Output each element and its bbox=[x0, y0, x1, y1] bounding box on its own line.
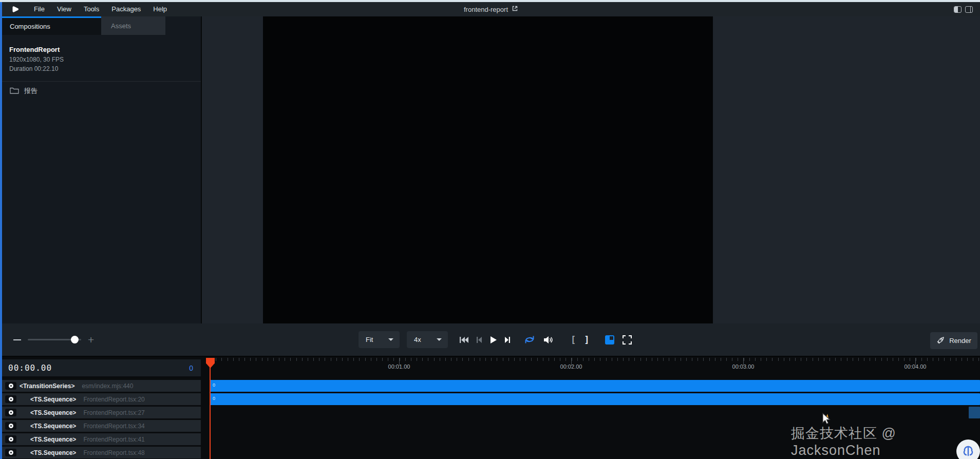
set-out-point-button[interactable]: ] bbox=[584, 335, 589, 345]
track-source: FrontendReport.tsx:34 bbox=[83, 423, 144, 430]
track-row[interactable]: <TS.Sequence>FrontendReport.tsx:27 bbox=[2, 407, 201, 418]
track-source: FrontendReport.tsx:20 bbox=[83, 396, 144, 403]
ruler-tick bbox=[549, 358, 549, 361]
set-in-point-button[interactable]: [ bbox=[571, 335, 576, 345]
track-row[interactable]: <TS.Sequence>FrontendReport.tsx:48 bbox=[2, 447, 201, 458]
track-row[interactable]: <TS.Sequence>FrontendReport.tsx:20 bbox=[2, 393, 201, 405]
menu-item-view[interactable]: View bbox=[51, 2, 78, 16]
ruler-tick bbox=[938, 358, 939, 361]
project-title-group[interactable]: frontend-report bbox=[464, 2, 518, 16]
tab-compositions[interactable]: Compositions bbox=[2, 16, 101, 35]
menu-item-help[interactable]: Help bbox=[147, 2, 173, 16]
ruler-tick bbox=[348, 358, 348, 361]
sequence-bar[interactable]: 0 bbox=[210, 380, 980, 392]
ruler-tick bbox=[428, 358, 428, 361]
canvas-zoom-dropdown[interactable]: Fit bbox=[359, 331, 400, 348]
ruler-time-label: 00:02.00 bbox=[553, 364, 589, 370]
rocket-icon bbox=[936, 336, 945, 346]
chevron-down-icon bbox=[388, 338, 393, 341]
previous-frame-button[interactable] bbox=[476, 336, 482, 343]
ruler-tick bbox=[646, 358, 647, 361]
transparency-checkerboard-toggle-icon[interactable] bbox=[605, 335, 614, 345]
menu-bar: FileViewToolsPackagesHelp frontend-repor… bbox=[2, 2, 980, 16]
ruler-tick bbox=[950, 358, 951, 361]
ruler-tick bbox=[755, 358, 756, 361]
ruler-tick bbox=[824, 358, 824, 361]
ruler-tick bbox=[761, 358, 761, 361]
menu-item-packages[interactable]: Packages bbox=[105, 2, 147, 16]
sequence-bar[interactable]: 0 bbox=[210, 393, 980, 405]
folder-label: 报告 bbox=[24, 86, 37, 95]
ruler-tick bbox=[393, 358, 394, 361]
track-name: <TS.Sequence> bbox=[30, 396, 76, 403]
eye-visibility-icon[interactable] bbox=[5, 382, 16, 390]
eye-visibility-icon[interactable] bbox=[5, 395, 16, 403]
playhead-handle[interactable] bbox=[206, 358, 215, 368]
ruler-tick bbox=[497, 358, 497, 361]
loop-toggle-icon[interactable] bbox=[524, 335, 535, 344]
ruler-tick bbox=[216, 358, 216, 361]
ruler-tick bbox=[703, 358, 704, 361]
ruler-tick bbox=[978, 358, 979, 361]
sidebar-folder-item[interactable]: 报告 bbox=[2, 82, 201, 95]
ruler-tick bbox=[290, 358, 291, 361]
ruler-tick bbox=[308, 358, 308, 361]
ruler-tick bbox=[944, 358, 945, 361]
track-row[interactable]: <TS.Sequence>FrontendReport.tsx:41 bbox=[2, 433, 201, 445]
ruler-tick bbox=[331, 358, 331, 361]
ruler-tick bbox=[893, 358, 893, 361]
playback-speed-value: 4x bbox=[414, 336, 421, 343]
ruler-tick bbox=[457, 358, 457, 361]
ruler-tick bbox=[606, 358, 607, 361]
ruler-tick bbox=[221, 358, 222, 361]
ruler-tick bbox=[766, 358, 767, 361]
eye-visibility-icon[interactable] bbox=[5, 422, 16, 430]
tab-assets[interactable]: Assets bbox=[101, 16, 165, 35]
sidebar: Compositions Assets FrontendReport 1920x… bbox=[2, 16, 201, 323]
volume-icon[interactable] bbox=[543, 336, 553, 344]
ruler-tick bbox=[250, 358, 251, 361]
sequence-bar[interactable] bbox=[969, 407, 980, 418]
ruler-tick bbox=[830, 358, 830, 361]
track-name: <TS.Sequence> bbox=[30, 423, 76, 430]
ruler-tick bbox=[319, 358, 319, 361]
fullscreen-icon[interactable] bbox=[623, 335, 632, 345]
play-button[interactable] bbox=[489, 336, 497, 344]
eye-visibility-icon[interactable] bbox=[5, 435, 16, 443]
canvas-zoom-value: Fit bbox=[366, 336, 373, 343]
zoom-in-icon[interactable]: + bbox=[88, 336, 94, 343]
ruler-tick bbox=[887, 358, 888, 361]
zoom-out-icon[interactable] bbox=[13, 339, 21, 340]
toggle-right-panel-icon[interactable] bbox=[965, 6, 973, 13]
render-button[interactable]: Render bbox=[930, 332, 977, 349]
composition-info[interactable]: FrontendReport 1920x1080, 30 FPS Duratio… bbox=[2, 35, 201, 72]
slider-knob[interactable] bbox=[71, 336, 79, 343]
ruler-tick bbox=[910, 358, 910, 361]
ruler-tick bbox=[434, 358, 435, 361]
mouse-cursor-icon bbox=[821, 413, 832, 428]
remotion-logo-icon[interactable] bbox=[9, 4, 21, 14]
ruler-tick bbox=[485, 358, 486, 361]
next-frame-button[interactable] bbox=[504, 336, 511, 343]
playback-speed-dropdown[interactable]: 4x bbox=[407, 331, 448, 348]
track-row[interactable]: <TS.Sequence>FrontendReport.tsx:34 bbox=[2, 420, 201, 432]
track-row[interactable]: <TransitionSeries>esm/index.mjs:440 bbox=[2, 380, 201, 392]
ruler-tick bbox=[640, 358, 641, 361]
eye-visibility-icon[interactable] bbox=[5, 449, 16, 456]
ruler-tick bbox=[835, 358, 836, 361]
ruler-tick bbox=[371, 358, 371, 361]
menu-item-tools[interactable]: Tools bbox=[78, 2, 105, 16]
jump-to-start-button[interactable] bbox=[459, 336, 469, 343]
ruler-tick bbox=[813, 358, 813, 361]
timeline-zoom-group: + bbox=[13, 323, 94, 356]
view-controls: [ ] bbox=[524, 323, 632, 356]
menu-item-file[interactable]: File bbox=[28, 2, 51, 16]
track-name: <TS.Sequence> bbox=[30, 409, 76, 416]
ruler-tick bbox=[560, 358, 560, 361]
ruler-tick bbox=[508, 358, 509, 361]
eye-visibility-icon[interactable] bbox=[5, 409, 16, 416]
ruler-tick bbox=[789, 358, 790, 361]
extension-badge-icon[interactable] bbox=[956, 439, 980, 459]
toggle-left-panel-icon[interactable] bbox=[954, 6, 962, 13]
timeline-zoom-slider[interactable] bbox=[28, 336, 81, 343]
